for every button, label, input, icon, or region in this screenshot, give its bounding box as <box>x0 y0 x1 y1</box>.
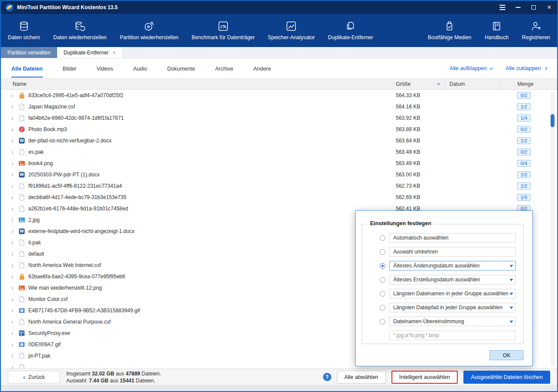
ok-button[interactable]: OK <box>490 350 524 360</box>
table-row[interactable]: ›W20250303-PW-pdr-PT (1).docx563.00 KB1/… <box>1 169 557 180</box>
dropdown-arrow-icon[interactable] <box>510 293 513 295</box>
dropdown-arrow-icon[interactable] <box>510 321 513 323</box>
filter-archive[interactable]: Archive <box>215 59 233 78</box>
back-label: Zurück <box>28 374 45 380</box>
filter-bilder[interactable]: Bilder <box>63 59 77 78</box>
scrollbar-thumb[interactable] <box>551 114 555 127</box>
tab-duplikate-entferner[interactable]: Duplikate-Entferner× <box>57 47 123 58</box>
expand-chevron-icon[interactable]: › <box>11 92 17 98</box>
status-bar: ‹ Zurück Insgesamt 32.02 GB aus 47889 Da… <box>1 368 557 385</box>
close-button[interactable]: × <box>546 4 553 11</box>
filter-dokumente[interactable]: Dokumente <box>167 59 195 78</box>
option-box-ltestes-erstellungsdatum-ausw-hlen[interactable]: Ältestes Erstellungsdatum auswählen <box>389 275 516 284</box>
column-header-size[interactable]: Größe <box>393 81 445 87</box>
expand-chevron-icon[interactable]: › <box>11 228 17 234</box>
toolbar-item-handbuch[interactable]: Handbuch <box>483 20 510 41</box>
expand-chevron-icon[interactable]: › <box>11 262 17 268</box>
expand-chevron-icon[interactable]: › <box>11 251 17 257</box>
option-box-dateinamen-bereinstimmung[interactable]: Dateinamen-Übereinstimmung <box>389 317 516 326</box>
expand-chevron-icon[interactable]: › <box>11 126 17 132</box>
expand-chevron-icon[interactable]: › <box>11 160 17 166</box>
column-header-name[interactable]: Name <box>1 81 393 87</box>
dropdown-arrow-icon[interactable] <box>510 265 513 267</box>
vertical-scrollbar[interactable] <box>551 91 555 367</box>
expand-chevron-icon[interactable]: › <box>11 364 17 368</box>
table-row[interactable]: ›fa04b62e-6960-42dc-9874-1d6f1fa17871563… <box>1 112 557 124</box>
table-row[interactable]: ›♪Photo Book.mp3563.88 KB0/2 <box>1 124 557 135</box>
expand-chevron-icon[interactable]: › <box>11 341 17 348</box>
toolbar-item-benchmark-f-r-datentr-ger[interactable]: Benchmark für Datenträger <box>192 20 255 41</box>
expand-chevron-icon[interactable]: › <box>11 319 17 325</box>
collapse-all-link[interactable]: Alle zuklappen <box>506 65 547 71</box>
expand-chevron-icon[interactable]: › <box>11 285 17 291</box>
help-icon[interactable]: ? <box>323 373 331 381</box>
option-box-automatisch-ausw-hlen[interactable]: Automatisch auswählen <box>389 233 516 243</box>
filter-andere[interactable]: Andere <box>253 59 271 78</box>
radio-ltestes-nderungsdatum-ausw-hlen[interactable] <box>380 263 385 269</box>
toolbar-item-registrieren[interactable]: Registrieren <box>522 20 550 41</box>
table-row[interactable]: ›es.pak563.49 KB0/2 <box>1 146 557 158</box>
file-count-cell: 1/2 <box>500 183 549 189</box>
expand-chevron-icon[interactable]: › <box>11 104 17 110</box>
filter-videos[interactable]: Videos <box>97 59 113 78</box>
radio-automatisch-ausw-hlen[interactable] <box>380 235 385 241</box>
expand-chevron-icon[interactable]: › <box>11 308 17 314</box>
tab-partition-verwalten[interactable]: Partition verwalten <box>1 47 57 58</box>
bootable-media-icon <box>444 20 455 32</box>
count-badge: 0/2 <box>517 92 531 99</box>
dropdown-arrow-icon[interactable] <box>510 307 513 309</box>
option-box-ltestes-nderungsdatum-ausw-hlen[interactable]: Ältestes Änderungsdatum auswählen <box>389 261 516 270</box>
menu-icon[interactable] <box>499 4 506 11</box>
expand-chevron-icon[interactable]: › <box>11 138 17 144</box>
toolbar-item-partition-wiederherstellen[interactable]: Partition wiederherstellen <box>120 20 179 41</box>
table-row[interactable]: ›book4.png563.49 KB0/4 <box>1 158 557 169</box>
radio-ltestes-erstellungsdatum-ausw-hlen[interactable] <box>380 277 385 283</box>
column-header-count[interactable]: Menge <box>500 79 549 89</box>
expand-chevron-icon[interactable]: › <box>11 194 17 200</box>
table-row[interactable]: ›f91696d1-ac5f-4ff6-8122-231ec77341a4562… <box>1 180 557 192</box>
expand-chevron-icon[interactable]: › <box>11 353 17 359</box>
column-header-date[interactable]: Datum <box>445 79 500 89</box>
filename-pattern-input[interactable]: *.jpg;a?b.png;*.bmp <box>389 331 516 340</box>
minimize-button[interactable] <box>514 4 521 11</box>
expand-all-link[interactable]: Alle aufklappen <box>449 65 492 71</box>
radio-auswahl-umkehren[interactable] <box>380 249 385 255</box>
expand-chevron-icon[interactable]: › <box>11 296 17 302</box>
pattern-row: *.jpg;a?b.png;*.bmp <box>380 331 523 340</box>
toolbar-item-duplikate-entferner[interactable]: Duplikate-Entferner <box>328 20 373 41</box>
smart-select-button[interactable]: Intelligent auswählen <box>391 371 458 384</box>
filter-alle-dateien[interactable]: Alle Dateien <box>11 59 43 78</box>
tab-close-icon[interactable]: × <box>112 49 116 56</box>
expand-chevron-icon[interactable]: › <box>11 217 17 223</box>
toolbar-item-speicher-analysator[interactable]: Speicher-Analysator <box>268 20 315 41</box>
expand-chevron-icon[interactable]: › <box>11 240 17 246</box>
expand-chevron-icon[interactable]: › <box>11 172 17 178</box>
table-row[interactable]: ›decbba6f-4d17-4ede-bc79-31b3e153e735562… <box>1 192 557 203</box>
toolbar-item-label: Partition wiederherstellen <box>120 34 179 41</box>
toolbar-item-daten-wiederherstellen[interactable]: Daten wiederherstellen <box>53 20 107 41</box>
option-box-l-ngsten-dateinamen-in-jeder-gruppe-ausw-hlen[interactable]: Längsten Dateinamen in jeder Gruppe ausw… <box>389 289 516 298</box>
expand-chevron-icon[interactable]: › <box>11 330 17 336</box>
expand-chevron-icon[interactable]: › <box>11 115 17 121</box>
deselect-all-button[interactable]: Alle abwählen <box>337 371 386 384</box>
expand-chevron-icon[interactable]: › <box>11 149 17 155</box>
delete-selected-button[interactable]: Ausgewählte Dateien löschen <box>463 371 550 384</box>
table-row[interactable]: ›Wder-pfad-ist-nicht-verfuegbar-2.docx56… <box>1 135 557 146</box>
expand-chevron-icon[interactable]: › <box>11 274 17 280</box>
table-row[interactable]: ›Japan Magazine.csf564.16 KB1/2 <box>1 101 557 112</box>
radio-dateinamen-bereinstimmung[interactable] <box>380 319 385 324</box>
toolbar-item-daten-sichern[interactable]: Daten sichern <box>8 20 40 41</box>
expand-chevron-icon[interactable]: › <box>11 206 17 212</box>
radio-l-ngsten-dateinamen-in-jeder-gruppe-ausw-hlen[interactable] <box>380 291 385 297</box>
option-box-auswahl-umkehren[interactable]: Auswahl umkehren <box>389 247 516 257</box>
file-file-icon <box>18 149 25 155</box>
toolbar-item-bootf-hige-medien[interactable]: Bootfähige Medien <box>428 20 471 41</box>
table-row[interactable]: ›833ce0c4-2995-41e5-adf4-47a070df25f2564… <box>1 90 557 101</box>
option-box-l-ngsten-dateipfad-in-jeder-gruppe-ausw-hlen[interactable]: Längsten Dateipfad in jeder Gruppe auswä… <box>389 303 516 312</box>
back-button[interactable]: ‹ Zurück <box>8 371 60 383</box>
radio-l-ngsten-dateipfad-in-jeder-gruppe-ausw-hlen[interactable] <box>380 305 385 311</box>
maximize-button[interactable] <box>530 4 537 11</box>
expand-chevron-icon[interactable]: › <box>11 183 17 189</box>
dropdown-arrow-icon[interactable] <box>510 279 513 281</box>
filter-audio[interactable]: Audio <box>133 59 147 78</box>
